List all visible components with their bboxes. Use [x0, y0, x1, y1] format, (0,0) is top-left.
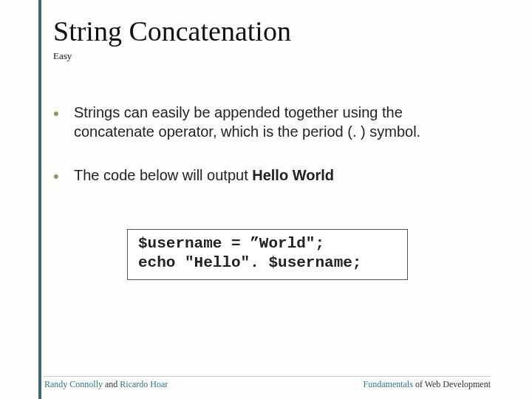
footer-left: Randy Connolly and Ricardo Hoar: [44, 379, 168, 390]
code-block: $username = ”World"; echo "Hello". $user…: [127, 229, 408, 280]
list-item: Strings can easily be appended together …: [53, 103, 467, 141]
code-line: echo "Hello". $username;: [138, 254, 361, 271]
footer-divider: [43, 376, 491, 377]
footer: Randy Connolly and Ricardo Hoar Fundamen…: [0, 379, 532, 390]
bullet-text-bold: Hello World: [252, 167, 334, 183]
code-line: $username = ”World";: [138, 235, 324, 252]
page-subtitle: Easy: [53, 50, 72, 62]
list-item: The code below will output Hello World: [53, 166, 467, 185]
author-name: Ricardo Hoar: [120, 379, 168, 389]
bullet-text: Strings can easily be appended together …: [74, 104, 420, 140]
bullet-text-prefix: The code below will output: [74, 167, 252, 183]
footer-right: Fundamentals of Web Development: [364, 379, 491, 390]
bullet-list: Strings can easily be appended together …: [53, 103, 467, 211]
page-title: String Concatenation: [53, 15, 291, 47]
author-name: Randy Connolly: [44, 379, 103, 389]
book-title-part: of Web Development: [413, 379, 491, 389]
book-title-part: Fundamentals: [364, 379, 413, 389]
footer-text: and: [103, 379, 120, 389]
accent-vertical-line: [38, 0, 41, 399]
